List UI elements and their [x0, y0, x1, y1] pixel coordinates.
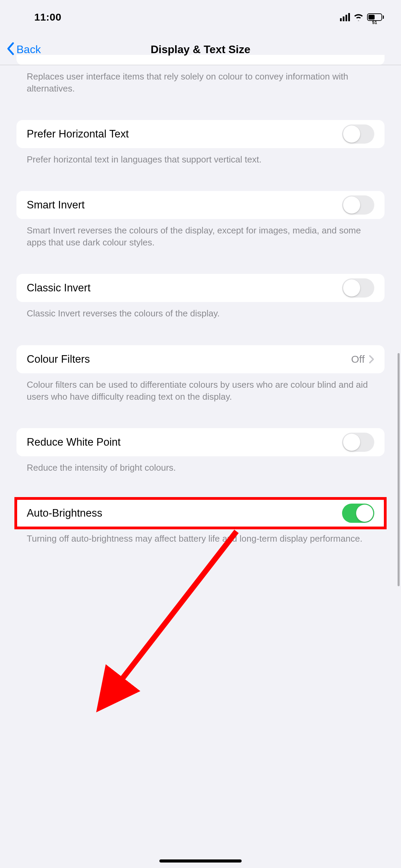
row-label: Smart Invert	[27, 199, 85, 211]
row-label: Prefer Horizontal Text	[27, 128, 129, 140]
chevron-right-icon	[369, 355, 374, 364]
row-footer: Turning off auto-brightness may affect b…	[16, 527, 385, 545]
group-prefer-horizontal-text: Prefer Horizontal Text Prefer horizontal…	[16, 120, 385, 166]
status-time: 11:00	[34, 11, 61, 23]
row-prefer-horizontal-text[interactable]: Prefer Horizontal Text	[16, 120, 385, 148]
group-smart-invert: Smart Invert Smart Invert reverses the c…	[16, 191, 385, 249]
row-footer: Colour filters can be used to differenti…	[16, 373, 385, 403]
row-label: Classic Invert	[27, 282, 90, 294]
home-indicator	[159, 859, 242, 863]
group-classic-invert: Classic Invert Classic Invert reverses t…	[16, 274, 385, 320]
clipped-row-footer: Replaces user interface items that rely …	[16, 65, 385, 95]
battery-icon: 51	[367, 13, 384, 21]
toggle-prefer-horizontal-text[interactable]	[342, 124, 374, 144]
row-classic-invert[interactable]: Classic Invert	[16, 274, 385, 302]
page-title: Display & Text Size	[150, 43, 250, 56]
row-footer: Prefer horizontal text in languages that…	[16, 148, 385, 166]
row-label: Auto-Brightness	[27, 507, 102, 519]
content-area: Replaces user interface items that rely …	[0, 55, 401, 545]
row-footer: Reduce the intensity of bright colours.	[16, 456, 385, 474]
row-label: Reduce White Point	[27, 436, 121, 448]
row-footer: Smart Invert reverses the colours of the…	[16, 219, 385, 249]
row-auto-brightness[interactable]: Auto-Brightness	[16, 499, 385, 527]
group-auto-brightness: Auto-Brightness Turning off auto-brightn…	[16, 499, 385, 545]
row-value: Off	[351, 353, 365, 365]
back-label: Back	[16, 43, 41, 56]
row-smart-invert[interactable]: Smart Invert	[16, 191, 385, 219]
toggle-reduce-white-point[interactable]	[342, 433, 374, 452]
navigation-bar: Back Display & Text Size	[0, 34, 401, 65]
row-footer: Classic Invert reverses the colours of t…	[16, 302, 385, 320]
toggle-smart-invert[interactable]	[342, 195, 374, 215]
wifi-icon	[353, 13, 364, 21]
group-reduce-white-point: Reduce White Point Reduce the intensity …	[16, 428, 385, 474]
toggle-auto-brightness[interactable]	[342, 504, 374, 523]
group-colour-filters: Colour Filters Off Colour filters can be…	[16, 345, 385, 403]
annotation-arrow-icon	[86, 525, 243, 716]
chevron-left-icon	[6, 42, 14, 57]
status-bar: 11:00 51	[0, 0, 401, 34]
scroll-indicator[interactable]	[398, 353, 400, 586]
row-label: Colour Filters	[27, 353, 90, 365]
cellular-icon	[340, 13, 350, 21]
svg-line-1	[106, 531, 236, 699]
battery-percent: 51	[368, 20, 381, 26]
row-colour-filters[interactable]: Colour Filters Off	[16, 345, 385, 373]
status-icons: 51	[340, 13, 384, 21]
toggle-classic-invert[interactable]	[342, 278, 374, 298]
back-button[interactable]: Back	[6, 42, 41, 57]
row-reduce-white-point[interactable]: Reduce White Point	[16, 428, 385, 456]
